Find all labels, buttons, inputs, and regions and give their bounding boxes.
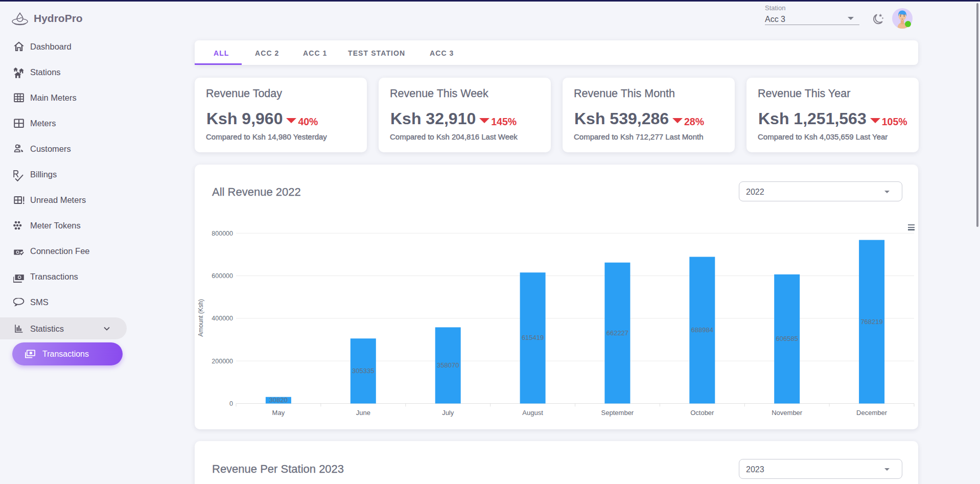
svg-text:768219: 768219 (860, 318, 882, 326)
svg-text:662227: 662227 (606, 329, 628, 337)
svg-text:0: 0 (229, 400, 233, 407)
svg-text:Amount (Ksh): Amount (Ksh) (197, 299, 204, 336)
svg-text:305335: 305335 (352, 367, 374, 375)
svg-text:December: December (856, 409, 888, 417)
svg-text:606585: 606585 (776, 335, 798, 342)
svg-text:July: July (442, 409, 454, 417)
svg-text:800000: 800000 (212, 230, 233, 237)
svg-text:688984: 688984 (691, 326, 713, 334)
svg-text:30820: 30820 (269, 396, 288, 404)
svg-text:615419: 615419 (522, 334, 544, 341)
svg-text:September: September (601, 409, 634, 417)
svg-text:600000: 600000 (212, 272, 233, 280)
svg-text:November: November (772, 409, 803, 417)
svg-text:June: June (356, 409, 370, 417)
svg-text:May: May (272, 409, 285, 417)
svg-text:200000: 200000 (212, 358, 233, 365)
svg-text:358070: 358070 (437, 361, 459, 369)
svg-text:October: October (690, 409, 714, 417)
svg-text:400000: 400000 (212, 315, 233, 322)
svg-text:August: August (522, 409, 543, 417)
